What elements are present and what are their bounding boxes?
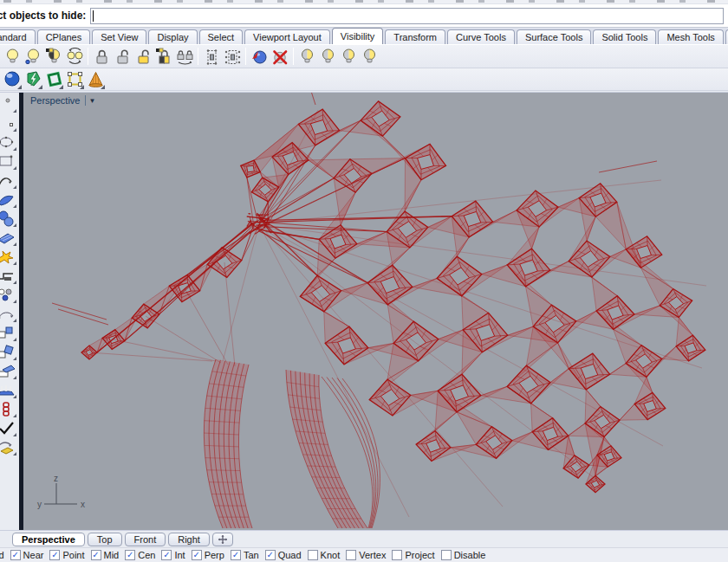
checkbox-vertex[interactable] xyxy=(346,550,356,560)
sidebar-tool-spheres[interactable] xyxy=(0,210,18,229)
sidebar-tool-move-copy[interactable] xyxy=(0,324,18,343)
sidebar-tool-rectangle[interactable] xyxy=(0,152,18,171)
osnap-near[interactable]: ✓Near xyxy=(10,550,44,560)
chevron-down-icon[interactable]: ▼ xyxy=(88,97,95,105)
viewport-tab-perspective[interactable]: Perspective xyxy=(12,533,85,546)
checkbox-project[interactable] xyxy=(392,550,402,560)
osnap-cen[interactable]: ✓Cen xyxy=(125,550,155,560)
checkbox-tan[interactable]: ✓ xyxy=(231,550,241,560)
osnap-vertex[interactable]: Vertex xyxy=(346,550,386,560)
unisolate-lock-button[interactable] xyxy=(359,46,380,67)
sidebar-tool-control-curve[interactable] xyxy=(0,114,18,133)
sidebar-tool-arc-rebuild[interactable] xyxy=(0,305,18,324)
osnap-label: Vertex xyxy=(359,550,386,560)
toolbar-tab-standard[interactable]: Standard xyxy=(0,29,36,44)
checkbox-perp[interactable]: ✓ xyxy=(192,550,202,560)
sphere-arrow-icon xyxy=(250,48,269,66)
isolate-objects-button[interactable] xyxy=(296,46,317,67)
viewport-tab-front[interactable]: Front xyxy=(125,533,166,546)
render-preview-button[interactable] xyxy=(23,69,43,90)
sidebar-tool-block-chain[interactable] xyxy=(0,400,18,419)
toolbar-tab-display[interactable]: Display xyxy=(148,29,197,44)
viewport-tab-right[interactable]: Right xyxy=(168,533,210,546)
toolbar-tab-solid-tools[interactable]: Solid Tools xyxy=(593,29,656,44)
command-prompt: Select objects to hide: xyxy=(0,10,86,22)
checkbox-quad[interactable]: ✓ xyxy=(265,550,276,560)
hide-objects-button[interactable] xyxy=(2,46,23,67)
hide-in-detail-button[interactable] xyxy=(249,46,270,67)
sidebar-tool-step[interactable] xyxy=(0,267,18,286)
osnap-quad[interactable]: ✓Quad xyxy=(265,550,302,560)
flyout-triangle-icon xyxy=(13,281,16,284)
show-selected-button[interactable] xyxy=(64,46,85,67)
checkbox-near[interactable]: ✓ xyxy=(10,550,21,560)
toolbar-tab-surface-tools[interactable]: Surface Tools xyxy=(517,29,591,44)
toolbar-tab-transform[interactable]: Transform xyxy=(385,29,445,44)
viewport-title[interactable]: Perspective ▼ xyxy=(30,95,95,106)
sidebar-tool-ellipse[interactable] xyxy=(0,133,18,152)
toolbar-tab-cplanes[interactable]: CPlanes xyxy=(37,29,91,44)
sidebar-tool-polyline[interactable] xyxy=(0,171,18,191)
sidebar-tool-check-select[interactable] xyxy=(0,419,18,438)
toolbar-tab-visibility[interactable]: Visibility xyxy=(332,28,384,44)
sidebar-tool-layer-dots[interactable] xyxy=(0,286,18,305)
toolbar-tab-set-view[interactable]: Set View xyxy=(92,29,146,44)
osnap-end[interactable]: ✓End xyxy=(0,550,4,560)
locks-arrows-icon xyxy=(176,48,194,66)
svg-text:z: z xyxy=(54,474,58,483)
checkbox-cen[interactable]: ✓ xyxy=(125,550,135,560)
osnap-tan[interactable]: ✓Tan xyxy=(231,550,259,560)
flyout-triangle-icon xyxy=(13,185,16,189)
osnap-int[interactable]: ✓Int xyxy=(161,550,185,560)
ghosted-view-button[interactable] xyxy=(43,69,64,90)
toolbar-tab-select[interactable]: Select xyxy=(199,29,244,44)
checkbox-int[interactable]: ✓ xyxy=(161,550,172,560)
osnap-point[interactable]: ✓Point xyxy=(49,550,84,560)
unlock-icon xyxy=(114,48,132,66)
cone-primitive-button[interactable] xyxy=(85,69,106,90)
osnap-perp[interactable]: ✓Perp xyxy=(192,550,224,560)
show-cv-button[interactable] xyxy=(64,69,85,90)
left-tool-sidebar xyxy=(0,93,19,530)
viewport-canvas[interactable]: Perspective ▼ z y x xyxy=(23,93,728,530)
unlock-objects-button[interactable] xyxy=(112,46,133,67)
svg-text:x: x xyxy=(81,500,85,509)
swap-locked-button[interactable] xyxy=(153,46,174,67)
toolbar-tab-curve-tools[interactable]: Curve Tools xyxy=(447,29,515,44)
command-input[interactable] xyxy=(90,8,724,24)
checkbox-mid[interactable]: ✓ xyxy=(91,550,101,560)
bulbs-arrows-icon xyxy=(66,48,84,66)
isolate-lock-button[interactable] xyxy=(338,46,359,67)
sidebar-tool-explode[interactable] xyxy=(0,248,18,267)
osnap-project[interactable]: Project xyxy=(392,550,434,560)
sidebar-tool-rotate[interactable] xyxy=(0,343,18,362)
svg-text:y: y xyxy=(37,500,42,509)
sidebar-tool-flip-swap[interactable] xyxy=(0,438,18,457)
lock-objects-button[interactable] xyxy=(91,46,112,67)
checkbox-knot[interactable] xyxy=(308,550,318,560)
control-points-on-button[interactable] xyxy=(201,46,222,67)
viewport-splitter-tab[interactable] xyxy=(212,533,233,546)
sidebar-tool-point[interactable] xyxy=(0,95,18,114)
shaded-viewport-button[interactable] xyxy=(2,69,23,90)
unlock-selected-button[interactable] xyxy=(133,46,153,67)
swap-hidden-button[interactable] xyxy=(43,46,64,67)
osnap-knot[interactable]: Knot xyxy=(308,550,341,560)
osnap-disable[interactable]: Disable xyxy=(441,550,486,560)
toolbar-tab-mesh-tools[interactable]: Mesh Tools xyxy=(658,29,723,44)
sidebar-tool-surface[interactable] xyxy=(0,191,18,210)
toolbar-tab-viewport-layout[interactable]: Viewport Layout xyxy=(244,29,330,44)
viewport-tab-top[interactable]: Top xyxy=(88,533,122,546)
sidebar-tool-extrude[interactable] xyxy=(0,362,18,381)
flyout-triangle-icon xyxy=(13,376,16,379)
lock-swap-arrows-button[interactable] xyxy=(174,46,195,67)
sidebar-tool-array[interactable] xyxy=(0,381,18,400)
checkbox-disable[interactable] xyxy=(441,550,452,560)
sidebar-tool-patch-surface[interactable] xyxy=(0,229,18,248)
show-in-detail-button[interactable] xyxy=(270,46,290,67)
checkbox-point[interactable]: ✓ xyxy=(49,550,60,560)
osnap-mid[interactable]: ✓Mid xyxy=(91,550,120,560)
show-objects-button[interactable] xyxy=(23,46,43,67)
control-points-off-button[interactable] xyxy=(222,46,243,67)
unisolate-objects-button[interactable] xyxy=(317,46,338,67)
